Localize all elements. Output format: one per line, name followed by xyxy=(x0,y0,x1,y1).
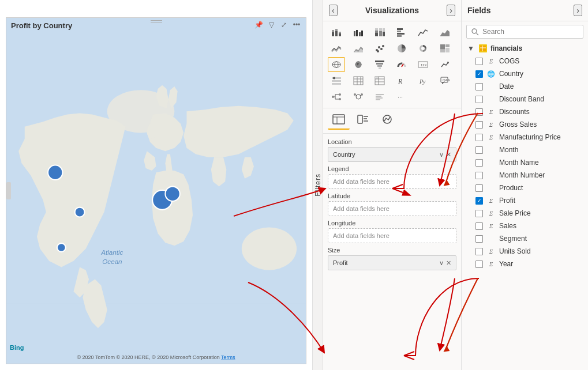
cogs-checkbox[interactable] xyxy=(475,58,483,65)
field-item-year[interactable]: Σ Year xyxy=(464,258,586,270)
viz-grouped-bar-h[interactable] xyxy=(393,25,410,40)
terms-link[interactable]: Terms xyxy=(221,354,235,360)
mfg-price-checkbox[interactable] xyxy=(475,134,483,141)
country-checkbox[interactable] xyxy=(475,70,483,78)
viz-fields-tab[interactable] xyxy=(328,112,350,130)
viz-gauge[interactable] xyxy=(393,57,410,72)
field-item-units-sold[interactable]: Σ Units Sold xyxy=(464,245,586,258)
viz-donut[interactable] xyxy=(414,41,432,56)
viz-format-tab[interactable] xyxy=(352,112,374,130)
viz-expand-right[interactable]: › xyxy=(447,5,455,16)
viz-map[interactable] xyxy=(328,57,345,72)
more-icon[interactable]: ••• xyxy=(292,20,301,29)
segment-checkbox[interactable] xyxy=(475,235,483,243)
latitude-drop[interactable]: Add data fields here xyxy=(328,201,456,216)
viz-stacked-bar-100[interactable] xyxy=(371,25,388,40)
sale-price-checkbox[interactable] xyxy=(475,210,483,217)
size-drop[interactable]: Profit ∨ ✕ xyxy=(328,255,456,270)
svg-rect-44 xyxy=(440,50,445,52)
left-resize-handle[interactable] xyxy=(6,182,11,199)
fields-expand-right[interactable]: › xyxy=(574,5,582,16)
gross-sales-checkbox[interactable] xyxy=(475,121,483,129)
well-chevron-down[interactable]: ∨ xyxy=(439,151,444,158)
viz-line[interactable] xyxy=(414,25,432,40)
location-drop[interactable]: Country ∨ ✕ xyxy=(328,147,456,162)
field-item-month-number[interactable]: Month Number xyxy=(464,169,586,182)
field-item-month[interactable]: Month xyxy=(464,144,586,156)
longitude-drop[interactable]: Add data fields here xyxy=(328,228,456,243)
month-name-checkbox[interactable] xyxy=(475,159,483,167)
viz-python[interactable]: Py xyxy=(414,73,432,88)
viz-scatter[interactable] xyxy=(371,41,388,56)
year-checkbox[interactable] xyxy=(475,260,483,268)
discounts-checkbox[interactable] xyxy=(475,108,483,116)
pin-icon[interactable]: 📌 xyxy=(254,20,263,29)
viz-clustered-bar[interactable] xyxy=(350,25,367,40)
svg-rect-28 xyxy=(397,28,403,30)
viz-decomp-tree[interactable] xyxy=(328,89,345,104)
viz-line2[interactable] xyxy=(328,41,345,56)
viz-filled-map[interactable] xyxy=(350,57,367,72)
month-number-checkbox[interactable] xyxy=(475,172,483,179)
month-checkbox[interactable] xyxy=(475,146,483,154)
field-item-sales[interactable]: Σ Sales xyxy=(464,220,586,232)
svg-point-39 xyxy=(377,50,379,52)
date-checkbox[interactable] xyxy=(475,83,483,90)
field-item-discount-band[interactable]: Discount Band xyxy=(464,93,586,105)
search-box[interactable] xyxy=(466,25,583,39)
discount-band-checkbox[interactable] xyxy=(475,96,483,103)
viz-treemap[interactable] xyxy=(436,41,454,56)
viz-smart-narrative[interactable] xyxy=(371,89,388,104)
field-item-date[interactable]: Date xyxy=(464,80,586,93)
units-sold-checkbox[interactable] xyxy=(475,248,483,255)
size-well-chevron[interactable]: ∨ xyxy=(439,259,444,267)
field-group-financials[interactable]: ▼ financials xyxy=(464,42,586,55)
search-input[interactable] xyxy=(482,28,578,36)
svg-point-96 xyxy=(472,29,477,33)
group-collapse-btn[interactable]: ▼ xyxy=(466,44,475,52)
field-item-sale-price[interactable]: Σ Sale Price xyxy=(464,207,586,220)
field-item-month-name[interactable]: Month Name xyxy=(464,156,586,169)
map-drag-handle[interactable] xyxy=(151,20,162,22)
viz-funnel[interactable] xyxy=(371,57,388,72)
viz-analytics-tab[interactable] xyxy=(376,112,398,130)
legend-placeholder: Add data fields here xyxy=(333,178,389,185)
field-item-mfg-price[interactable]: Σ Manufacturing Price xyxy=(464,131,586,144)
viz-collapse-left[interactable]: ‹ xyxy=(329,5,338,16)
fields-panel-header: Fields › xyxy=(462,0,588,21)
field-label-month: Month xyxy=(499,146,518,154)
product-checkbox[interactable] xyxy=(475,184,483,192)
size-well-remove[interactable]: ✕ xyxy=(446,259,451,267)
profit-checkbox[interactable] xyxy=(475,197,483,205)
filter-icon[interactable]: ▽ xyxy=(267,20,276,29)
field-item-discounts[interactable]: Σ Discounts xyxy=(464,105,586,118)
sales-checkbox[interactable] xyxy=(475,222,483,230)
viz-area2[interactable] xyxy=(350,41,367,56)
longitude-placeholder: Add data fields here xyxy=(333,232,389,239)
viz-card[interactable]: 123 xyxy=(414,57,432,72)
group-name: financials xyxy=(490,44,522,52)
viz-slicer[interactable] xyxy=(328,73,345,88)
viz-area[interactable] xyxy=(436,25,454,40)
svg-rect-25 xyxy=(379,31,382,36)
viz-table[interactable] xyxy=(350,73,367,88)
viz-matrix[interactable] xyxy=(371,73,388,88)
field-item-segment[interactable]: Segment xyxy=(464,232,586,245)
viz-qna[interactable]: Q&A xyxy=(436,73,454,88)
field-item-profit[interactable]: Σ Profit xyxy=(464,194,586,207)
viz-stacked-bar[interactable] xyxy=(328,25,345,40)
field-item-gross-sales[interactable]: Σ Gross Sales xyxy=(464,118,586,131)
expand-icon[interactable]: ⤢ xyxy=(279,20,289,29)
field-item-country[interactable]: 🌐 Country xyxy=(464,67,586,80)
discount-band-type-icon xyxy=(486,95,496,104)
viz-r-visual[interactable]: R xyxy=(393,73,410,88)
field-item-cogs[interactable]: Σ COGS xyxy=(464,55,586,67)
filters-panel[interactable]: Filters xyxy=(312,0,323,370)
well-remove[interactable]: ✕ xyxy=(446,151,451,158)
viz-pie[interactable] xyxy=(393,41,410,56)
viz-more[interactable]: ··· xyxy=(393,89,410,104)
legend-drop[interactable]: Add data fields here xyxy=(328,174,456,189)
viz-key-influencers[interactable] xyxy=(350,89,367,104)
viz-kpi[interactable] xyxy=(436,57,454,72)
field-item-product[interactable]: Product xyxy=(464,182,586,194)
